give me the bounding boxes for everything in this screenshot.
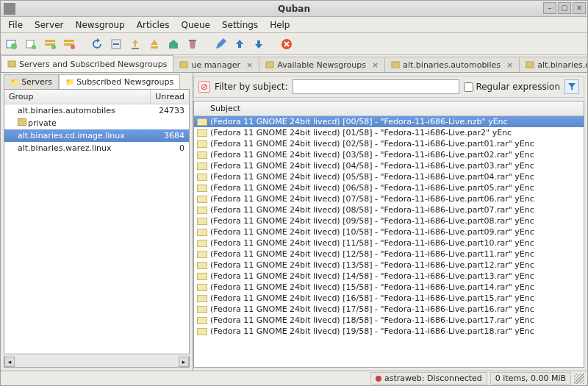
article-row[interactable]: (Fedora 11 GNOME 24bit livecd) [02/58] -… — [194, 138, 584, 149]
article-row[interactable]: (Fedora 11 GNOME 24bit livecd) [03/58] -… — [194, 149, 584, 160]
article-row[interactable]: (Fedora 11 GNOME 24bit livecd) [08/58] -… — [194, 204, 584, 215]
group-row[interactable]: private — [4, 117, 189, 129]
svg-rect-11 — [132, 48, 139, 49]
tab-close-icon[interactable]: × — [372, 60, 379, 70]
stop-button[interactable] — [279, 36, 295, 52]
menu-file[interactable]: File — [4, 18, 27, 32]
window-title: Quban — [278, 4, 310, 14]
article-row[interactable]: (Fedora 11 GNOME 24bit livecd) [07/58] -… — [194, 193, 584, 204]
svg-rect-4 — [45, 40, 55, 42]
close-button[interactable]: × — [573, 2, 586, 14]
filter-input[interactable] — [293, 79, 460, 94]
add-server-button[interactable] — [23, 36, 39, 52]
tab-close-icon[interactable]: × — [506, 60, 513, 70]
regex-label: Regular expression — [476, 82, 560, 92]
add-item-button[interactable] — [42, 36, 58, 52]
write-button[interactable] — [212, 36, 229, 52]
menu-settings[interactable]: Settings — [218, 18, 262, 32]
article-row[interactable]: (Fedora 11 GNOME 24bit livecd) [18/58] -… — [194, 315, 584, 326]
apply-filter-button[interactable] — [564, 79, 579, 94]
subtab-icon: 📁 — [65, 78, 76, 86]
article-subject: (Fedora 11 GNOME 24bit livecd) [11/58] -… — [210, 238, 534, 248]
trash-button[interactable] — [184, 36, 201, 52]
tree-header-unread[interactable]: Unread — [151, 90, 189, 104]
group-row[interactable]: alt.binaries.cd.image.linux3684 — [4, 129, 189, 142]
tab-icon — [7, 60, 16, 68]
article-subject: (Fedora 11 GNOME 24bit livecd) [05/58] -… — [210, 172, 534, 182]
article-row[interactable]: (Fedora 11 GNOME 24bit livecd) [04/58] -… — [194, 160, 584, 171]
article-row[interactable]: (Fedora 11 GNOME 24bit livecd) [17/58] -… — [194, 304, 584, 315]
article-subject: (Fedora 11 GNOME 24bit livecd) [17/58] -… — [210, 304, 534, 314]
article-row[interactable]: (Fedora 11 GNOME 24bit livecd) [01/58] -… — [194, 127, 584, 138]
upload-button[interactable] — [127, 36, 143, 52]
article-list[interactable]: Subject (Fedora 11 GNOME 24bit livecd) [… — [194, 101, 584, 367]
tab-icon — [391, 60, 400, 69]
tree-hscroll[interactable]: ◂ ▸ — [4, 356, 190, 368]
envelope-icon — [197, 196, 207, 203]
down-button[interactable] — [251, 36, 267, 52]
tab-alt-binaries-automobiles[interactable]: alt.binaries.automobiles× — [384, 57, 520, 72]
envelope-icon — [197, 262, 207, 269]
left-pane: 📁 Servers📁 Subscribed Newsgroups Group U… — [1, 73, 193, 371]
group-row[interactable]: alt.binaries.warez.linux0 — [4, 142, 189, 154]
article-row[interactable]: (Fedora 11 GNOME 24bit livecd) [11/58] -… — [194, 237, 584, 249]
group-name: alt.binaries.warez.linux — [15, 143, 151, 154]
sync-button[interactable] — [108, 36, 124, 52]
menu-help[interactable]: Help — [265, 18, 294, 32]
subtab-label: Subscribed Newsgroups — [76, 77, 173, 87]
maximize-button[interactable]: ▢ — [558, 2, 571, 14]
envelope-icon — [197, 162, 207, 170]
tree-header-group[interactable]: Group — [4, 90, 151, 104]
article-row[interactable]: (Fedora 11 GNOME 24bit livecd) [19/58] -… — [194, 326, 584, 337]
subtab-icon: 📁 — [10, 78, 21, 86]
article-row[interactable]: (Fedora 11 GNOME 24bit livecd) [16/58] -… — [194, 293, 584, 304]
article-row[interactable]: (Fedora 11 GNOME 24bit livecd) [14/58] -… — [194, 271, 584, 282]
tab-available-newsgroups[interactable]: Available Newsgroups× — [259, 57, 385, 72]
article-row[interactable]: (Fedora 11 GNOME 24bit livecd) [09/58] -… — [194, 215, 584, 226]
tree-rows: alt.binaries.automobiles24733privatealt.… — [4, 104, 189, 354]
article-row[interactable]: (Fedora 11 GNOME 24bit livecd) [12/58] -… — [194, 249, 584, 260]
menu-articles[interactable]: Articles — [132, 18, 174, 32]
article-row[interactable]: (Fedora 11 GNOME 24bit livecd) [05/58] -… — [194, 171, 584, 182]
regex-toggle[interactable]: Regular expression — [464, 82, 560, 92]
filter-clear-icon[interactable]: ⊘ — [198, 81, 210, 93]
regex-checkbox[interactable] — [464, 82, 473, 92]
tab-ue-manager[interactable]: ue manager× — [173, 57, 259, 72]
group-row[interactable]: alt.binaries.automobiles24733 — [4, 104, 189, 117]
article-row[interactable]: (Fedora 11 GNOME 24bit livecd) [06/58] -… — [194, 182, 584, 193]
scroll-right-button[interactable]: ▸ — [179, 357, 189, 367]
article-subject: (Fedora 11 GNOME 24bit livecd) [18/58] -… — [210, 315, 534, 325]
disconnected-icon — [376, 376, 381, 382]
list-header-subject[interactable]: Subject — [194, 101, 584, 116]
menu-server[interactable]: Server — [30, 18, 68, 32]
group-unread: 3684 — [151, 130, 189, 141]
svg-rect-18 — [180, 62, 187, 68]
tree-header: Group Unread — [4, 90, 189, 104]
article-row[interactable]: (Fedora 11 GNOME 24bit livecd) [13/58] -… — [194, 260, 584, 271]
group-unread: 0 — [151, 143, 189, 154]
tab-alt-binaries-cd-image-linux[interactable]: alt.binaries.cd.image.linux× — [519, 57, 587, 72]
minimize-button[interactable]: – — [543, 2, 556, 14]
scroll-left-button[interactable]: ◂ — [4, 357, 15, 367]
article-row[interactable]: (Fedora 11 GNOME 24bit livecd) [00/58] -… — [194, 116, 584, 127]
new-group-button[interactable] — [4, 36, 20, 52]
home-button[interactable] — [165, 36, 182, 52]
refresh-button[interactable] — [89, 36, 105, 52]
svg-rect-19 — [266, 62, 273, 68]
remove-item-button[interactable] — [61, 36, 77, 52]
article-row[interactable]: (Fedora 11 GNOME 24bit livecd) [15/58] -… — [194, 282, 584, 293]
tab-close-icon[interactable]: × — [246, 60, 253, 70]
menu-queue[interactable]: Queue — [176, 18, 214, 32]
eject-button[interactable] — [146, 36, 162, 52]
resize-grip[interactable] — [574, 374, 584, 384]
tab-servers-and-subscribed-newsgroups[interactable]: Servers and Subscribed Newsgroups — [1, 55, 173, 72]
up-button[interactable] — [232, 36, 248, 52]
statusbar: astraweb: Disconnected 0 items, 0.00 MiB — [1, 371, 587, 385]
article-row[interactable]: (Fedora 11 GNOME 24bit livecd) [10/58] -… — [194, 226, 584, 237]
envelope-icon — [197, 284, 207, 291]
subtab-subscribed-newsgroups[interactable]: 📁 Subscribed Newsgroups — [59, 74, 180, 89]
group-name: alt.binaries.automobiles — [15, 105, 151, 116]
subtab-servers[interactable]: 📁 Servers — [4, 74, 59, 89]
menu-newsgroup[interactable]: Newsgroup — [71, 18, 129, 32]
subtab-label: Servers — [21, 77, 52, 87]
